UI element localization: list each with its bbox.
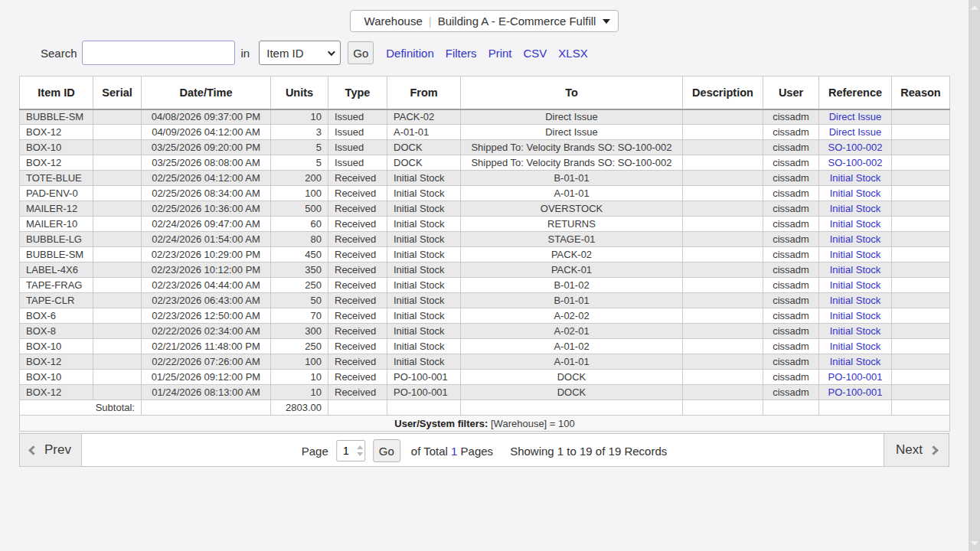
cell-serial: [93, 201, 142, 217]
search-input[interactable]: [82, 41, 235, 65]
cell-item: BUBBLE-SM: [20, 247, 93, 262]
filters-link[interactable]: Filters: [446, 47, 477, 60]
table-row: BUBBLE-SM04/08/2026 09:37:00 PM10IssuedP…: [20, 109, 950, 125]
context-switcher-button[interactable]: Warehouse | Building A - E-Commerce Fulf…: [350, 10, 619, 32]
reference-link[interactable]: PO-100-001: [828, 371, 883, 383]
reference-link[interactable]: Initial Stock: [830, 172, 880, 184]
reference-link[interactable]: Initial Stock: [830, 218, 880, 230]
cell-ref: PO-100-001: [819, 370, 892, 385]
reference-link[interactable]: Initial Stock: [830, 249, 880, 260]
cell-to: Shipped To: Velocity Brands SO: SO-100-0…: [461, 140, 683, 155]
cell-user: cissadm: [763, 201, 819, 217]
page-label: Page: [302, 445, 328, 458]
cell-units: 70: [271, 308, 328, 324]
cell-item: PAD-ENV-0: [20, 186, 93, 201]
cell-to: A-01-02: [461, 339, 683, 354]
cell-item: BOX-12: [20, 155, 93, 171]
table-row: TAPE-CLR02/23/2026 06:43:00 AM50Received…: [20, 293, 950, 308]
cell-ref: Initial Stock: [819, 339, 892, 354]
cell-user: cissadm: [763, 171, 819, 186]
spinner-down-icon[interactable]: [357, 452, 363, 456]
cell-from: Initial Stock: [387, 186, 461, 201]
cell-ref: Initial Stock: [819, 232, 892, 247]
cell-user: cissadm: [763, 262, 819, 278]
cell-ref: PO-100-001: [819, 385, 892, 400]
reference-link[interactable]: Initial Stock: [830, 310, 880, 321]
context-warehouse-label[interactable]: Building A - E-Commerce Fulfill: [432, 15, 603, 28]
cell-serial: [93, 370, 142, 385]
reference-link[interactable]: Direct Issue: [829, 126, 882, 138]
cell-type: Received: [328, 308, 387, 324]
reference-link[interactable]: Initial Stock: [830, 341, 880, 352]
cell-from: Initial Stock: [387, 339, 461, 354]
vertical-scrollbar[interactable]: [969, 0, 980, 551]
cell-item: MAILER-12: [20, 201, 93, 217]
reference-link[interactable]: Initial Stock: [830, 203, 880, 214]
cell-units: 500: [271, 201, 328, 217]
cell-from: Initial Stock: [387, 262, 461, 278]
context-module-label[interactable]: Warehouse: [358, 15, 429, 28]
cell-reason: [892, 385, 950, 400]
cell-desc: [683, 201, 763, 217]
cell-units: 450: [271, 247, 328, 262]
reference-link[interactable]: Initial Stock: [830, 325, 880, 337]
cell-user: cissadm: [763, 278, 819, 293]
column-header-item: Item ID: [20, 77, 93, 109]
cell-item: BOX-10: [20, 140, 93, 155]
cell-ref: Initial Stock: [819, 201, 892, 217]
cell-serial: [93, 308, 142, 324]
cell-desc: [683, 278, 763, 293]
search-go-button[interactable]: Go: [348, 41, 374, 64]
cell-serial: [93, 109, 142, 125]
print-link[interactable]: Print: [488, 47, 512, 60]
page-number-input[interactable]: [337, 441, 355, 461]
prev-button[interactable]: Prev: [20, 434, 82, 466]
reference-link[interactable]: SO-100-002: [828, 142, 883, 153]
reference-link[interactable]: Initial Stock: [830, 279, 880, 291]
csv-link[interactable]: CSV: [523, 47, 547, 60]
cell-type: Issued: [328, 155, 387, 171]
cell-desc: [683, 171, 763, 186]
cell-date: 02/22/2026 02:34:00 AM: [142, 324, 271, 339]
reference-link[interactable]: Initial Stock: [830, 295, 880, 306]
cell-desc: [683, 339, 763, 354]
cell-date: 02/24/2026 01:54:00 AM: [142, 232, 271, 247]
page-number-spinner[interactable]: [355, 441, 364, 461]
reference-link[interactable]: Initial Stock: [830, 233, 880, 245]
table-row: MAILER-1202/25/2026 10:36:00 AM500Receiv…: [20, 201, 950, 217]
reference-link[interactable]: Direct Issue: [829, 111, 882, 122]
cell-from: Initial Stock: [387, 278, 461, 293]
next-button[interactable]: Next: [884, 434, 949, 466]
search-field-select[interactable]: Item ID: [259, 41, 341, 65]
cell-from: PACK-02: [387, 109, 461, 125]
reference-link[interactable]: Initial Stock: [830, 356, 880, 367]
subtotal-units-value: 2803.00: [271, 400, 328, 416]
cell-units: 350: [271, 262, 328, 278]
cell-desc: [683, 247, 763, 262]
cell-reason: [892, 324, 950, 339]
cell-date: 02/22/2026 07:26:00 AM: [142, 354, 271, 370]
cell-reason: [892, 201, 950, 217]
reference-link[interactable]: PO-100-001: [828, 386, 883, 398]
cell-type: Issued: [328, 109, 387, 125]
reference-link[interactable]: Initial Stock: [830, 264, 880, 276]
page-go-button[interactable]: Go: [373, 439, 400, 462]
cell-from: PO-100-001: [387, 370, 461, 385]
cell-type: Received: [328, 354, 387, 370]
reference-link[interactable]: Initial Stock: [830, 187, 880, 199]
definition-link[interactable]: Definition: [386, 47, 434, 60]
cell-desc: [683, 354, 763, 370]
table-header: Item IDSerialDate/TimeUnitsTypeFromToDes…: [20, 77, 950, 109]
scroll-up-icon[interactable]: [971, 5, 978, 10]
cell-date: 02/23/2026 04:44:00 AM: [142, 278, 271, 293]
reference-link[interactable]: SO-100-002: [828, 157, 883, 168]
cell-desc: [683, 385, 763, 400]
cell-date: 03/25/2026 08:08:00 AM: [142, 155, 271, 171]
spinner-up-icon[interactable]: [357, 445, 363, 449]
table-row: BOX-802/22/2026 02:34:00 AM300ReceivedIn…: [20, 324, 950, 339]
xlsx-link[interactable]: XLSX: [558, 47, 587, 60]
scroll-down-icon[interactable]: [971, 541, 978, 546]
table-row: BOX-1001/25/2026 09:12:00 PM10ReceivedPO…: [20, 370, 950, 385]
table-row: BOX-602/23/2026 12:50:00 AM70ReceivedIni…: [20, 308, 950, 324]
cell-user: cissadm: [763, 155, 819, 171]
